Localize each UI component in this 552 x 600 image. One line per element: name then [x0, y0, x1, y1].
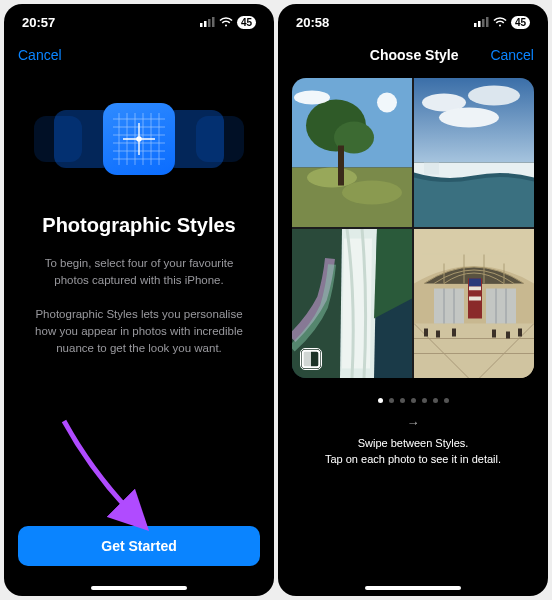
svg-rect-56: [424, 329, 428, 337]
svg-rect-37: [424, 163, 439, 175]
page-dot[interactable]: [411, 398, 416, 403]
svg-rect-1: [204, 21, 207, 27]
home-indicator[interactable]: [365, 586, 461, 590]
photo-thumbnail[interactable]: [292, 229, 412, 378]
wifi-icon: [493, 17, 507, 27]
annotation-arrow-icon: [54, 416, 164, 536]
photo-grid[interactable]: [292, 78, 534, 378]
battery-indicator: 45: [511, 16, 530, 29]
page-title: Photographic Styles: [26, 214, 252, 237]
page-dots: [278, 398, 548, 403]
svg-rect-60: [506, 332, 510, 339]
battery-indicator: 45: [237, 16, 256, 29]
svg-rect-29: [338, 146, 344, 186]
screen-intro: 20:57 45 Cancel P: [4, 4, 274, 596]
svg-rect-0: [200, 23, 203, 27]
hint-line: Swipe between Styles.: [278, 435, 548, 452]
home-indicator[interactable]: [91, 586, 187, 590]
intro-content: Photographic Styles To begin, select fou…: [4, 204, 274, 374]
style-compare-icon[interactable]: [300, 348, 322, 370]
page-dot[interactable]: [400, 398, 405, 403]
page-dot[interactable]: [422, 398, 427, 403]
swipe-arrow-icon: →: [278, 413, 548, 433]
svg-rect-22: [486, 17, 489, 27]
hero-illustration: [4, 74, 274, 204]
page-dot[interactable]: [433, 398, 438, 403]
photo-thumbnail[interactable]: [292, 78, 412, 227]
svg-rect-2: [208, 19, 211, 27]
svg-rect-53: [469, 287, 481, 291]
svg-rect-58: [452, 329, 456, 337]
svg-point-25: [307, 168, 357, 188]
svg-rect-40: [303, 351, 311, 368]
photo-thumbnail[interactable]: [414, 229, 534, 378]
status-indicators: 45: [474, 16, 530, 29]
svg-rect-19: [474, 23, 477, 27]
nav-bar: Cancel: [4, 40, 274, 70]
svg-rect-59: [492, 330, 496, 338]
svg-rect-52: [469, 279, 481, 287]
photo-thumbnail[interactable]: [414, 78, 534, 227]
cellular-icon: [200, 17, 215, 27]
svg-point-30: [377, 93, 397, 113]
svg-rect-46: [414, 324, 534, 379]
status-indicators: 45: [200, 16, 256, 29]
page-dot[interactable]: [444, 398, 449, 403]
status-bar: 20:57 45: [4, 4, 274, 40]
cancel-button[interactable]: Cancel: [18, 47, 62, 63]
nav-title: Choose Style: [370, 47, 459, 63]
status-time: 20:58: [296, 15, 329, 30]
svg-point-35: [439, 108, 499, 128]
cellular-icon: [474, 17, 489, 27]
screen-choose-style: 20:58 45 Choose Style Cancel: [278, 4, 548, 596]
intro-paragraph-2: Photographic Styles lets you personalise…: [26, 306, 252, 356]
hint-line: Tap on each photo to see it in detail.: [278, 451, 548, 468]
svg-rect-20: [478, 21, 481, 27]
svg-point-31: [294, 91, 330, 105]
status-bar: 20:58 45: [278, 4, 548, 40]
nav-bar: Choose Style Cancel: [278, 40, 548, 70]
svg-rect-62: [434, 289, 464, 324]
status-time: 20:57: [22, 15, 55, 30]
hint-text: → Swipe between Styles. Tap on each phot…: [278, 413, 548, 468]
svg-rect-55: [469, 297, 481, 301]
cancel-button[interactable]: Cancel: [490, 47, 534, 63]
svg-rect-57: [436, 331, 440, 338]
wifi-icon: [219, 17, 233, 27]
svg-rect-21: [482, 19, 485, 27]
page-dot[interactable]: [389, 398, 394, 403]
get-started-button[interactable]: Get Started: [18, 526, 260, 566]
svg-point-26: [342, 181, 402, 205]
svg-rect-63: [486, 289, 516, 324]
svg-rect-61: [518, 329, 522, 337]
svg-point-18: [136, 136, 142, 142]
svg-rect-3: [212, 17, 215, 27]
svg-point-34: [468, 86, 520, 106]
page-dot[interactable]: [378, 398, 383, 403]
style-tile-icon: [103, 103, 175, 175]
intro-paragraph-1: To begin, select four of your favourite …: [26, 255, 252, 288]
svg-rect-54: [469, 291, 481, 297]
